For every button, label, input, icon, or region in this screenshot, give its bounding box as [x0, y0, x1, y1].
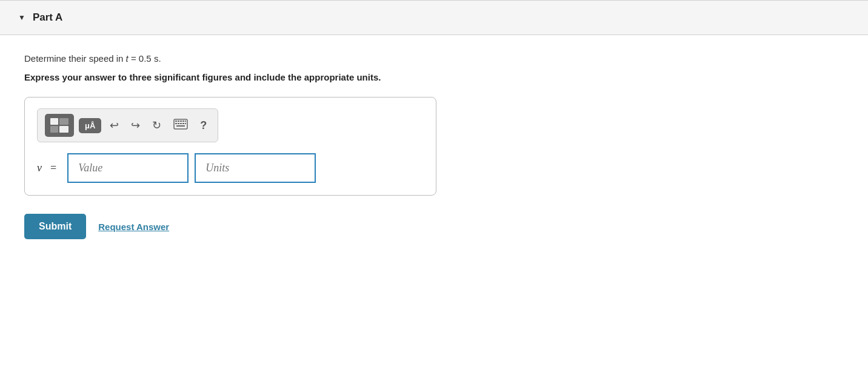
variable-label: v [37, 162, 42, 174]
instruction-text: Express your answer to three significant… [24, 72, 844, 82]
svg-rect-9 [185, 121, 186, 122]
question-text: Determine their speed in t = 0.5 s. [24, 53, 844, 64]
svg-rect-15 [176, 125, 185, 127]
svg-rect-2 [59, 118, 68, 125]
question-text-before: Determine their speed in [24, 53, 126, 64]
svg-rect-3 [59, 126, 68, 133]
redo-button[interactable]: ↪ [127, 116, 144, 134]
request-answer-link[interactable]: Request Answer [98, 222, 169, 232]
keyboard-icon [173, 119, 188, 130]
svg-rect-10 [175, 123, 177, 124]
reset-button[interactable]: ↻ [149, 116, 165, 134]
svg-rect-7 [180, 121, 182, 122]
units-input[interactable] [195, 153, 316, 183]
svg-rect-13 [182, 123, 184, 124]
value-input[interactable] [67, 153, 189, 183]
svg-rect-0 [50, 118, 58, 125]
svg-rect-14 [185, 123, 186, 124]
svg-rect-8 [182, 121, 184, 122]
chevron-down-icon[interactable]: ▼ [18, 13, 25, 22]
submit-button[interactable]: Submit [24, 214, 86, 239]
matrix-icon [50, 117, 69, 133]
part-header: ▼ Part A [0, 1, 868, 35]
mu-button[interactable]: μÅ [79, 118, 101, 133]
undo-button[interactable]: ↩ [106, 116, 122, 134]
content-area: Determine their speed in t = 0.5 s. Expr… [0, 35, 868, 257]
svg-rect-6 [178, 121, 179, 122]
equals-sign: = [50, 162, 56, 174]
matrix-template-button[interactable] [45, 114, 74, 137]
keyboard-button[interactable] [170, 116, 192, 134]
answer-box: μÅ ↩ ↪ ↻ [24, 97, 436, 196]
toolbar: μÅ ↩ ↪ ↻ [37, 108, 218, 142]
svg-rect-12 [180, 123, 182, 124]
svg-rect-5 [175, 121, 177, 122]
svg-rect-1 [50, 126, 58, 133]
part-title: Part A [33, 12, 62, 24]
help-button[interactable]: ? [196, 117, 210, 134]
input-row: v = [37, 153, 424, 183]
question-text-after: = 0.5 s. [129, 53, 161, 64]
svg-rect-11 [178, 123, 179, 124]
actions-row: Submit Request Answer [24, 214, 844, 239]
